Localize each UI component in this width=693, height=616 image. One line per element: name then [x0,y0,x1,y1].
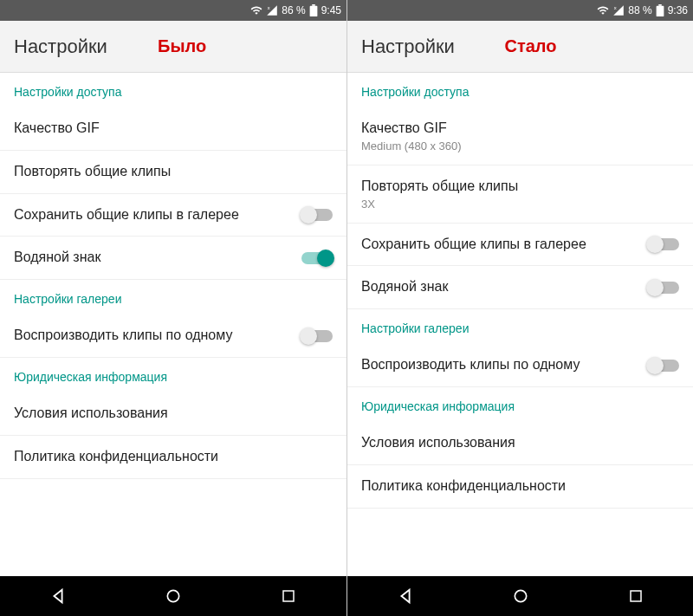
signal-icon: x [612,4,625,16]
item-title: Политика конфиденциальности [14,448,333,466]
item-watermark[interactable]: Водяной знак [0,237,346,280]
item-title: Водяной знак [361,278,639,296]
nav-home[interactable] [503,579,538,613]
clock-text: 9:36 [668,4,688,16]
section-legal: Юридическая информация [347,387,693,422]
svg-rect-4 [283,591,294,601]
section-gallery: Настройки галереи [347,309,693,344]
item-title: Сохранить общие клипы в галерее [361,236,639,254]
navbar [347,576,693,616]
item-terms[interactable]: Условия использования [0,392,346,436]
section-legal: Юридическая информация [0,358,346,392]
nav-recent[interactable] [271,579,306,613]
toggle-save-gallery[interactable] [648,238,679,250]
toggle-play-one[interactable] [648,360,679,372]
clock-text: 9:45 [321,4,341,16]
battery-icon [656,4,664,16]
header: Настройки Стало [347,21,693,73]
item-play-one[interactable]: Воспроизводить клипы по одному [0,314,346,358]
item-terms[interactable]: Условия использования [347,422,693,465]
toggle-save-gallery[interactable] [301,209,333,221]
battery-text: 86 % [282,4,305,16]
section-gallery: Настройки галереи [0,280,346,314]
comparison-badge: Было [158,36,206,56]
item-title: Сохранить общие клипы в галерее [14,206,293,224]
item-watermark[interactable]: Водяной знак [347,266,693,309]
nav-recent[interactable] [619,579,653,613]
nav-home[interactable] [156,579,191,613]
nav-back[interactable] [388,579,423,613]
toggle-watermark[interactable] [648,282,679,294]
svg-rect-9 [631,591,641,601]
toggle-play-one[interactable] [301,330,333,342]
item-save-gallery[interactable]: Сохранить общие клипы в галерее [347,224,693,267]
battery-text: 88 % [628,4,651,16]
wifi-icon [597,4,609,16]
item-title: Условия использования [361,434,679,452]
statusbar: x 86 % 9:45 [0,0,346,21]
item-title: Воспроизводить клипы по одному [14,327,293,345]
navbar [0,576,346,616]
nav-back[interactable] [41,579,75,613]
svg-point-8 [515,590,526,601]
settings-content: Настройки доступа Качество GIF Medium (4… [347,73,693,576]
item-title: Качество GIF [14,120,333,138]
item-privacy[interactable]: Политика конфиденциальности [0,436,346,479]
item-subtitle: Medium (480 x 360) [361,139,679,152]
battery-icon [309,4,318,16]
item-title: Политика конфиденциальности [361,477,679,496]
panel-right: x 88 % 9:36 Настройки Стало Настройки до… [346,0,693,616]
svg-rect-7 [658,4,662,6]
settings-content: Настройки доступа Качество GIF Повторять… [0,73,346,576]
item-gif-quality[interactable]: Качество GIF Medium (480 x 360) [347,107,693,165]
item-save-gallery[interactable]: Сохранить общие клипы в галерее [0,194,346,237]
svg-rect-2 [312,4,315,6]
item-title: Воспроизводить клипы по одному [361,356,639,374]
section-access: Настройки доступа [0,73,346,107]
item-repeat-clips[interactable]: Повторять общие клипы [0,151,346,194]
statusbar: x 88 % 9:36 [347,0,693,21]
item-title: Повторять общие клипы [361,178,679,196]
item-title: Водяной знак [14,249,293,267]
signal-icon: x [266,4,278,16]
page-title: Настройки [361,36,455,58]
item-title: Условия использования [14,405,333,423]
section-access: Настройки доступа [347,73,693,107]
toggle-watermark[interactable] [301,252,333,264]
header: Настройки Было [0,21,346,73]
item-title: Качество GIF [361,120,679,138]
page-title: Настройки [14,36,107,58]
item-repeat-clips[interactable]: Повторять общие клипы 3X [347,165,693,224]
svg-point-3 [167,590,178,601]
item-subtitle: 3X [361,198,679,211]
item-privacy[interactable]: Политика конфиденциальности [347,465,693,509]
panel-left: x 86 % 9:45 Настройки Было Настройки дос… [0,0,346,616]
svg-rect-1 [309,6,317,16]
item-gif-quality[interactable]: Качество GIF [0,107,346,151]
wifi-icon [250,4,262,16]
item-title: Повторять общие клипы [14,163,333,181]
svg-rect-6 [656,6,664,16]
comparison-badge: Стало [505,36,557,56]
svg-text:x: x [614,5,617,10]
svg-text:x: x [268,5,270,10]
item-play-one[interactable]: Воспроизводить клипы по одному [347,344,693,387]
